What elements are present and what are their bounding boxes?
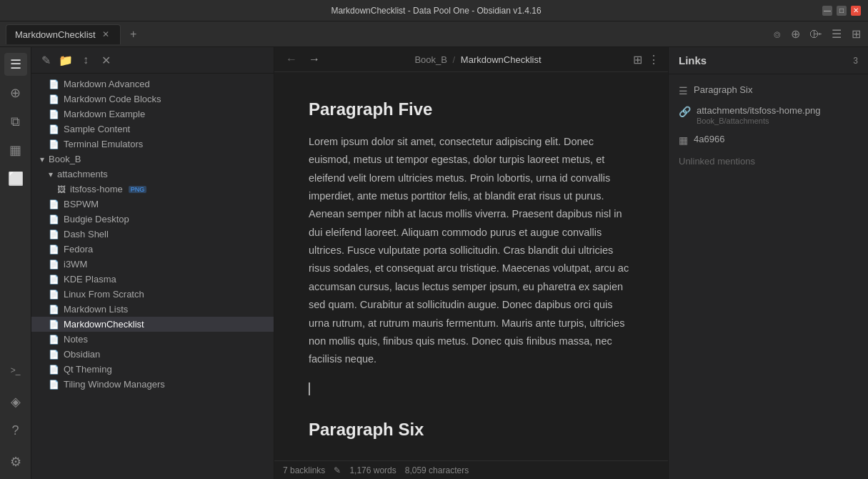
tree-item-label: Markdown Advanced <box>64 79 150 89</box>
tab-label: MarkdownChecklist <box>15 29 96 40</box>
list-item[interactable]: 📄 Obsidian <box>31 347 274 362</box>
editor-area: ← → Book_B / MarkdownChecklist ⊞ ⋮ Parag… <box>274 47 668 479</box>
link-item-text-group: Paragraph Six <box>694 84 752 95</box>
tag-list-icon[interactable]: ⌱ <box>809 26 823 42</box>
list-item[interactable]: 🖼 itsfoss-home PNG <box>31 182 274 197</box>
list-item[interactable]: 📄 Markdown Lists <box>31 302 274 317</box>
nav-files2-icon[interactable]: ⬜ <box>4 167 27 190</box>
link-item-label: attachments/itsfoss-home.png <box>697 105 820 116</box>
paragraph-six-heading: Paragraph Six <box>309 415 634 445</box>
list-item[interactable]: 📄 Dash Shell <box>31 227 274 242</box>
nav-help-icon[interactable]: ? <box>4 419 27 442</box>
word-count: 1,176 words <box>349 465 396 475</box>
tree-item-label: KDE Plasma <box>64 274 116 285</box>
left-nav: ☰ ⊕ ⧉ ▦ ⬜ >_ ◈ ? ⚙ <box>0 47 31 479</box>
link-item[interactable]: ☰ Paragraph Six <box>669 80 868 101</box>
new-note-icon[interactable]: ✎ <box>37 51 54 69</box>
nav-files-icon[interactable]: ☰ <box>4 53 27 76</box>
links-count: 3 <box>853 56 858 66</box>
nav-bookmarks-icon[interactable]: ⧉ <box>4 110 27 133</box>
list-item[interactable]: 📄 Budgie Desktop <box>31 212 274 227</box>
file-icon: 📄 <box>49 94 59 104</box>
tree-item-label: Markdown Example <box>64 109 145 119</box>
tree-item-label: Fedora <box>64 244 93 255</box>
png-badge: PNG <box>129 186 147 193</box>
list-item[interactable]: 📄 Qt Theming <box>31 362 274 377</box>
sort-icon[interactable]: ↕ <box>77 51 94 69</box>
file-icon: 📄 <box>49 214 59 224</box>
list-item[interactable]: 📄 Terminal Emulators <box>31 137 274 152</box>
edit-icon: ✎ <box>334 465 341 475</box>
more-options-icon[interactable]: ⋮ <box>648 53 659 66</box>
file-icon: 📄 <box>49 229 59 240</box>
unlinked-mentions-header: Unlinked mentions <box>669 150 868 172</box>
link-item-text-group: attachments/itsfoss-home.png Book_B/atta… <box>697 105 820 125</box>
breadcrumb: Book_B / MarkdownChecklist <box>329 54 627 65</box>
list-item[interactable]: ▾ Book_B <box>31 152 274 167</box>
editor-content[interactable]: Paragraph Five Lorem ipsum dolor sit ame… <box>274 72 668 460</box>
back-link-icon[interactable]: ⌾ <box>772 26 782 42</box>
folder-open-icon: ▾ <box>49 169 53 179</box>
paragraph-link-icon: ☰ <box>679 85 688 97</box>
outline-icon[interactable]: ☰ <box>830 26 843 42</box>
tabbar-right-icons: ⌾ ⊕ ⌱ ☰ ⊞ <box>772 26 862 42</box>
link-item[interactable]: ▦ 4a6966 <box>669 129 868 150</box>
file-icon: 📄 <box>49 109 59 119</box>
minimize-button[interactable]: — <box>822 6 832 16</box>
list-item[interactable]: 📄 Notes <box>31 332 274 347</box>
links-panel-header: Links 3 <box>669 47 868 74</box>
list-item[interactable]: 📄 Tiling Window Managers <box>31 377 274 392</box>
list-item[interactable]: 📄 Fedora <box>31 242 274 257</box>
tab-close-button[interactable]: ✕ <box>100 29 111 40</box>
breadcrumb-current: MarkdownChecklist <box>461 54 542 65</box>
link-item-label: 4a6966 <box>694 134 724 144</box>
file-icon: 📄 <box>49 320 59 330</box>
list-item[interactable]: 📄 Sample Content <box>31 122 274 137</box>
link-item-sublabel: Book_B/attachments <box>697 117 820 125</box>
list-item[interactable]: 📄 i3WM <box>31 257 274 272</box>
new-tab-button[interactable]: + <box>125 26 142 43</box>
back-button[interactable]: ← <box>283 51 300 67</box>
collapse-icon[interactable]: ✕ <box>97 51 114 69</box>
list-item[interactable]: ▾ attachments <box>31 167 274 182</box>
links-panel-content: ☰ Paragraph Six 🔗 attachments/itsfoss-ho… <box>669 74 868 479</box>
nav-calendar-icon[interactable]: ▦ <box>4 139 27 162</box>
editor-footer: 7 backlinks ✎ 1,176 words 8,059 characte… <box>274 460 668 479</box>
list-item[interactable]: 📄 KDE Plasma <box>31 272 274 287</box>
maximize-button[interactable]: □ <box>837 6 847 16</box>
list-item[interactable]: 📄 MarkdownChecklist <box>31 317 274 332</box>
graph-icon[interactable]: ⊕ <box>789 26 802 42</box>
close-button[interactable]: ✕ <box>851 6 861 16</box>
file-icon: 📄 <box>49 350 59 360</box>
toggle-right-panel-icon[interactable]: ⊞ <box>850 26 862 42</box>
editor-header-icons: ⊞ ⋮ <box>633 53 659 66</box>
link-item[interactable]: 🔗 attachments/itsfoss-home.png Book_B/at… <box>669 101 868 129</box>
tree-item-label: Dash Shell <box>64 229 109 240</box>
char-count: 8,059 characters <box>405 465 469 475</box>
tree-item-label: Obsidian <box>64 349 100 360</box>
tree-item-label: Book_B <box>49 154 81 164</box>
new-folder-icon[interactable]: 📁 <box>57 51 74 69</box>
file-icon: 📄 <box>49 305 59 315</box>
file-icon: 📄 <box>49 139 59 149</box>
nav-settings-icon[interactable]: ⚙ <box>4 450 27 473</box>
nav-tag-icon[interactable]: ◈ <box>4 390 27 413</box>
list-item[interactable]: 📄 Markdown Advanced <box>31 76 274 92</box>
list-item[interactable]: 📄 Markdown Example <box>31 107 274 122</box>
list-item[interactable]: 📄 Markdown Code Blocks <box>31 92 274 107</box>
nav-terminal-icon[interactable]: >_ <box>4 359 27 382</box>
breadcrumb-parent[interactable]: Book_B <box>414 54 447 65</box>
nav-search-icon[interactable]: ⊕ <box>4 82 27 104</box>
tree-item-label: Notes <box>64 334 88 345</box>
active-tab[interactable]: MarkdownChecklist ✕ <box>6 24 121 44</box>
file-icon: 📄 <box>49 275 59 285</box>
backlinks-count[interactable]: 7 backlinks <box>283 465 325 475</box>
list-item[interactable]: 📄 BSPWM <box>31 197 274 212</box>
forward-button[interactable]: → <box>306 51 323 67</box>
tree-item-label: Sample Content <box>64 124 130 134</box>
reading-mode-icon[interactable]: ⊞ <box>633 53 642 66</box>
list-item[interactable]: 📄 Linux From Scratch <box>31 287 274 302</box>
main-area: ☰ ⊕ ⧉ ▦ ⬜ >_ ◈ ? ⚙ ✎ 📁 ↕ ✕ 📄 Markdown Ad… <box>0 47 868 479</box>
tree-item-label: attachments <box>57 169 108 179</box>
file-icon: 📄 <box>49 79 59 89</box>
